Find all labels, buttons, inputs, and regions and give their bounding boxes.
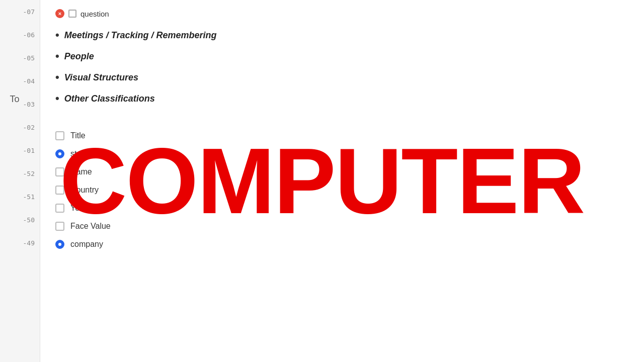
- category-label: Visual Structures: [64, 72, 138, 83]
- checkbox-stamp[interactable]: stamp: [55, 145, 629, 163]
- field-company: company: [70, 240, 103, 249]
- radio-control-filled[interactable]: [55, 149, 64, 158]
- checkbox-control[interactable]: [55, 204, 64, 213]
- checkbox-control[interactable]: [55, 186, 64, 195]
- checkbox-control[interactable]: [55, 131, 64, 140]
- field-title: Title: [70, 131, 86, 140]
- checkbox-country[interactable]: Country: [55, 181, 629, 199]
- bullet-icon: •: [55, 30, 59, 41]
- line-num-8: -52: [0, 162, 40, 185]
- checkbox-control[interactable]: [55, 167, 64, 176]
- checkbox-name[interactable]: Name: [55, 163, 629, 181]
- category-other[interactable]: • Other Classifications: [55, 88, 629, 109]
- category-list: • Meetings / Tracking / Remembering • Pe…: [55, 25, 629, 109]
- content-area: × question • Meetings / Tracking / Remem…: [40, 0, 644, 362]
- line-num-9: -51: [0, 185, 40, 208]
- bullet-icon: •: [55, 93, 59, 104]
- bullet-icon: •: [55, 72, 59, 83]
- checkbox-control[interactable]: [55, 222, 64, 231]
- main-container: -07 -06 -05 -04 -03 -02 -01 -52 -51 -50 …: [0, 0, 644, 362]
- field-name: Name: [70, 167, 92, 176]
- question-label: question: [80, 10, 109, 18]
- category-label: Meetings / Tracking / Remembering: [64, 30, 217, 41]
- line-num-7: -01: [0, 139, 40, 162]
- checkbox-icon: [68, 10, 76, 18]
- field-face-value: Face Value: [70, 222, 111, 231]
- line-num-6: -02: [0, 116, 40, 139]
- line-num-10: -50: [0, 208, 40, 231]
- checkbox-face-value[interactable]: Face Value: [55, 217, 629, 235]
- category-label: People: [64, 51, 94, 62]
- line-num-2: -06: [0, 23, 40, 46]
- category-visual[interactable]: • Visual Structures: [55, 67, 629, 88]
- checkbox-year[interactable]: Year: [55, 199, 629, 217]
- line-num-11: -49: [0, 231, 40, 254]
- sidebar: -07 -06 -05 -04 -03 -02 -01 -52 -51 -50 …: [0, 0, 40, 362]
- field-stamp: stamp: [70, 149, 93, 158]
- field-country: Country: [70, 186, 99, 195]
- category-meetings[interactable]: • Meetings / Tracking / Remembering: [55, 25, 629, 46]
- checkbox-title[interactable]: Title: [55, 127, 629, 145]
- category-people[interactable]: • People: [55, 46, 629, 67]
- radio-control-partial[interactable]: [55, 240, 64, 249]
- category-label: Other Classifications: [64, 94, 155, 104]
- to-label: To: [0, 88, 29, 111]
- checkbox-list: Title stamp Name Country Year Face Value: [55, 127, 629, 253]
- bullet-icon: •: [55, 51, 59, 62]
- field-year: Year: [70, 204, 87, 213]
- line-num-3: -05: [0, 46, 40, 69]
- delete-icon[interactable]: ×: [55, 9, 64, 18]
- checkbox-company[interactable]: company: [55, 235, 629, 253]
- question-item: × question: [55, 5, 629, 22]
- line-num-1: -07: [0, 0, 40, 23]
